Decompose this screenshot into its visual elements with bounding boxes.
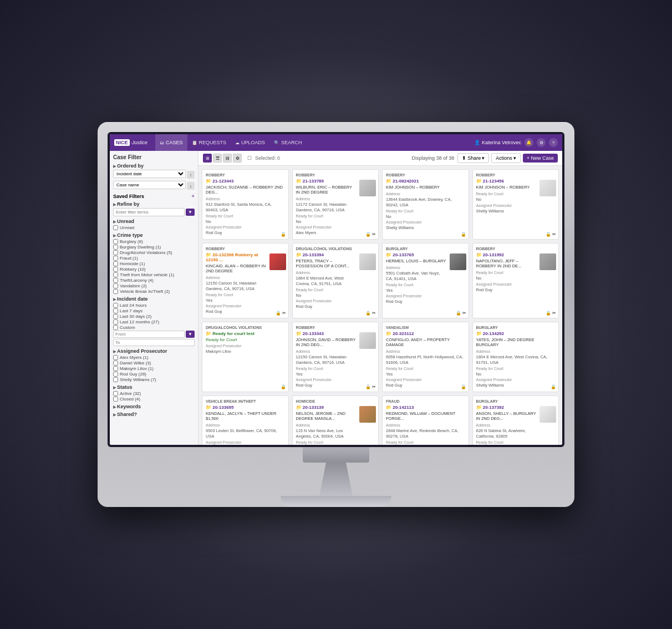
monitor-base: [281, 496, 391, 507]
case-icons: 🔒✂: [276, 311, 286, 316]
ordered-by-section[interactable]: Ordered by: [113, 163, 195, 169]
navbar: NICE ·Justice 🗂 CASES 📋 REQUESTS: [110, 134, 562, 151]
incident-date-section[interactable]: Incident date: [113, 296, 195, 302]
screen: NICE ·Justice 🗂 CASES 📋 REQUESTS: [110, 134, 562, 445]
case-card-15[interactable]: BURGLARY 📁 20-137392 ANSON, SHELLY – BUR…: [472, 395, 559, 445]
case-id: 📁 21-123456: [476, 179, 538, 184]
cb-rod[interactable]: [113, 372, 118, 377]
case-card-7[interactable]: ROBBERY 📁 20-131992 NAPOLITANO, JEFF – R…: [472, 243, 559, 318]
cb-vehicle-break[interactable]: [113, 289, 118, 294]
case-card-3[interactable]: ROBBERY 📁 21-123456 KIM JOHNSON – ROBBER…: [472, 169, 559, 240]
case-type: ROBBERY: [386, 173, 465, 177]
lock-icon: 🔒: [546, 311, 551, 316]
sort-desc-btn[interactable]: ↓: [187, 182, 195, 190]
case-card-8[interactable]: DRUG/ALCOHOL VIOLATIONS 📁 Ready for cour…: [202, 322, 289, 392]
bell-button[interactable]: 🔔: [525, 138, 533, 147]
cb-shelly[interactable]: [113, 377, 118, 382]
cb-alex[interactable]: [113, 355, 118, 360]
settings-view-btn[interactable]: ⚙: [233, 154, 242, 163]
cb-theft-motor[interactable]: [113, 272, 118, 277]
cb-robbery[interactable]: [113, 267, 118, 272]
case-thumbnail: [539, 406, 556, 423]
nav-tab-search[interactable]: 🔍 SEARCH: [269, 134, 307, 151]
crime-vandalism: Vandalism (2): [113, 283, 195, 288]
unread-checkbox[interactable]: [113, 225, 118, 230]
cb-custom[interactable]: [113, 325, 118, 330]
cb-fraud[interactable]: [113, 256, 118, 261]
case-id: 📁 20-134292: [476, 331, 556, 336]
nav-tab-uploads[interactable]: ☁ UPLOADS: [231, 134, 269, 151]
keywords-section[interactable]: Keywords: [113, 404, 195, 409]
date-from-btn[interactable]: ▼: [186, 331, 195, 338]
cb-vandalism[interactable]: [113, 283, 118, 288]
list-view-btn[interactable]: ☰: [213, 154, 222, 163]
sort-asc-btn[interactable]: ↑: [187, 171, 195, 179]
status-section[interactable]: Status: [113, 384, 195, 390]
cb-homicide[interactable]: [113, 261, 118, 266]
cb-24h[interactable]: [113, 303, 118, 308]
cb-theft-larceny[interactable]: [113, 278, 118, 283]
date-from-input[interactable]: [113, 331, 185, 338]
case-icons: 🔒: [461, 384, 466, 389]
add-filter-btn[interactable]: +: [191, 193, 195, 199]
shared-section[interactable]: Shared?: [113, 412, 195, 417]
case-card-13[interactable]: HOMICIDE 📁 20-133139 NELSON, JEROME – 2N…: [292, 395, 379, 445]
crime-type-section[interactable]: Crime type: [113, 232, 195, 238]
case-type: DRUG/ALCOHOL VIOLATIONS: [206, 326, 285, 329]
case-card-10[interactable]: VANDALISM 📁 20-323112 CONFIGLIO, ANDY – …: [382, 322, 469, 392]
uploads-icon: ☁: [235, 140, 240, 145]
cb-burglary[interactable]: [113, 239, 118, 244]
compact-view-btn[interactable]: ⊟: [223, 154, 232, 163]
cb-burglary-dwelling[interactable]: [113, 245, 118, 250]
case-thumbnail: [539, 180, 556, 196]
actions-button[interactable]: Actions ▾: [491, 153, 521, 163]
case-card-9[interactable]: ROBBERY 📁 20-133343 JOHNSON, DAVID – ROB…: [292, 322, 379, 392]
cb-daniel[interactable]: [113, 361, 118, 366]
case-card-2[interactable]: ROBBERY 📁 21-08242021 KIM JOHNSON – ROBB…: [382, 169, 469, 240]
date-to-input[interactable]: [113, 339, 195, 346]
case-id: 📁 21-123443: [206, 179, 285, 184]
case-card-14[interactable]: FRAUD 📁 20-142113 REDMOND, WILLIAM – DOC…: [382, 395, 469, 445]
help-button[interactable]: ?: [549, 138, 558, 147]
scissors-icon: ✂: [372, 311, 376, 316]
case-type: ROBBERY: [206, 173, 285, 177]
cb-30d[interactable]: [113, 314, 118, 319]
cb-12m[interactable]: [113, 319, 118, 324]
apply-filter-btn[interactable]: ▼: [186, 209, 195, 216]
case-id: 📁 20-133139: [296, 405, 358, 410]
prosecutor-section[interactable]: Assigned Prosecutor: [113, 348, 195, 354]
case-card-4[interactable]: ROBBERY 📁 20-132398 Robbery at 12150 ...…: [202, 243, 289, 318]
cb-active[interactable]: [113, 391, 118, 396]
unread-section[interactable]: Unread: [113, 219, 195, 224]
filter-input[interactable]: [113, 208, 185, 216]
settings-button[interactable]: ⚙: [537, 138, 546, 147]
scissors-icon: ✂: [552, 232, 556, 237]
nav-tab-requests[interactable]: 📋 REQUESTS: [187, 134, 231, 151]
new-case-button[interactable]: + New Case: [523, 154, 558, 163]
cb-drug[interactable]: [113, 250, 118, 255]
cb-7d[interactable]: [113, 308, 118, 313]
case-card-5[interactable]: DRUG/ALCOHOL VIOLATIONS 📁 20-133394 PETE…: [292, 243, 379, 318]
grid-view-btn[interactable]: ⊞: [203, 154, 212, 163]
prosecutor-shelly: Shelly Williams (7): [113, 377, 195, 382]
name-row: Case name ↓: [113, 181, 195, 191]
name-select[interactable]: Case name: [113, 181, 186, 189]
cb-closed[interactable]: [113, 397, 118, 402]
case-card-11[interactable]: BURGLARY 📁 20-134292 YATES, JOHN – 2ND D…: [472, 322, 559, 392]
cb-maksym[interactable]: [113, 366, 118, 371]
case-type: ROBBERY: [296, 326, 358, 329]
case-card-12[interactable]: VEHICLE BREAK IN/THEFT 📁 20-133695 KENDA…: [202, 395, 289, 445]
case-name: REDMOND, WILLIAM – DOCUMENT FORGE...: [386, 411, 465, 421]
prosecutor-alex: Alex Myers (1): [113, 355, 195, 360]
case-card-1[interactable]: ROBBERY 📁 21-133789 WILBURN, ERIC – ROBB…: [292, 169, 379, 240]
nav-tab-cases[interactable]: 🗂 CASES: [155, 134, 187, 151]
monitor-stand-pole: [319, 463, 353, 496]
refine-by-section[interactable]: Refine by: [113, 201, 195, 207]
share-button[interactable]: ⬆ Share ▾: [457, 153, 489, 163]
order-select[interactable]: Incident date: [113, 170, 186, 178]
lock-icon: 🔒: [546, 232, 551, 237]
case-card-0[interactable]: ROBBERY 📁 21-123443 JACKISCH, SUZANNE – …: [202, 169, 289, 240]
case-id: 📁 20-133695: [206, 405, 285, 410]
case-id: 📁 20-131992: [476, 252, 538, 257]
case-card-6[interactable]: BURGLARY 📁 20-133765 HERMES, LOUIS – BUR…: [382, 243, 469, 318]
